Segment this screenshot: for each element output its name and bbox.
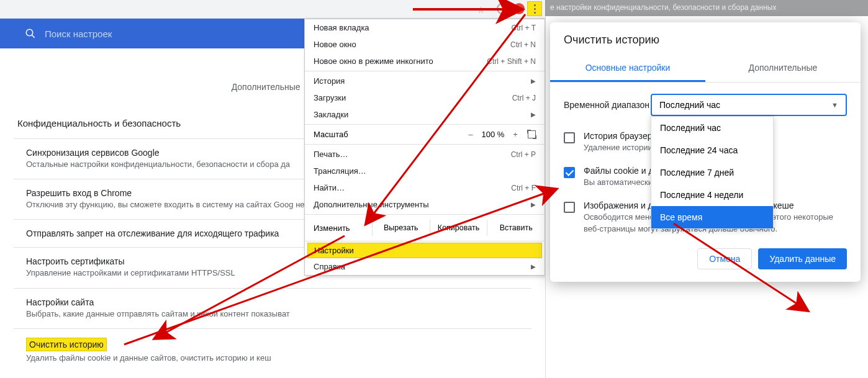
checkbox[interactable] — [564, 132, 575, 143]
time-range-select[interactable]: Последний час ▼ — [651, 94, 847, 116]
opt-last-24h[interactable]: Последние 24 часа — [651, 139, 773, 161]
separator — [305, 214, 545, 215]
dialog-title: Очистить историю — [550, 22, 861, 55]
clear-data-button[interactable]: Удалить данные — [758, 248, 847, 269]
kebab-menu-button[interactable] — [527, 1, 542, 16]
advanced-label: Дополнительные — [232, 82, 301, 92]
copy-button[interactable]: Копировать — [430, 220, 487, 236]
menu-help[interactable]: Справка▶ — [305, 258, 545, 275]
menu-more-tools[interactable]: Дополнительные инструменты▶ — [305, 196, 545, 213]
highlight: Очистить историю — [26, 338, 107, 351]
menu-new-window[interactable]: Новое окноCtrl + N — [305, 36, 545, 53]
menu-cast[interactable]: Трансляция… — [305, 163, 545, 179]
row-title: Очистить историю — [26, 338, 519, 351]
cancel-button[interactable]: Отмена — [697, 248, 752, 269]
checkbox[interactable] — [564, 202, 575, 213]
menu-print[interactable]: Печать…Ctrl + P — [305, 146, 545, 163]
shortcut: Ctrl + J — [512, 94, 536, 102]
shortcut: Ctrl + N — [510, 40, 536, 49]
shortcut: Ctrl + Shift + N — [487, 57, 536, 66]
menu-find[interactable]: Найти…Ctrl + F — [305, 179, 545, 196]
menu-zoom: Масштаб – 100 % + — [305, 126, 545, 143]
shortcut: Ctrl + P — [511, 150, 536, 159]
row-subtitle: Выбрать, какие данные отправлять сайтам … — [26, 308, 519, 320]
time-range-options: Последний час Последние 24 часа Последни… — [651, 116, 774, 229]
opt-last-4w[interactable]: Последние 4 недели — [651, 184, 773, 206]
separator — [305, 144, 545, 145]
row-subtitle: Удалить файлы cookie и данные сайтов, оч… — [26, 353, 519, 364]
menu-new-tab[interactable]: Новая вкладкаCtrl + T — [305, 19, 545, 36]
clear-history-dialog: Очистить историю Основные настройки Допо… — [550, 22, 861, 282]
menu-settings[interactable]: Настройки — [307, 243, 542, 258]
separator — [305, 71, 545, 71]
menu-downloads[interactable]: ЗагрузкиCtrl + J — [305, 89, 545, 106]
zoom-in-button[interactable]: + — [508, 130, 523, 139]
time-range-row: Временной диапазон Последний час ▼ После… — [550, 83, 861, 125]
browser-tabstrip: ☆ — [0, 0, 545, 19]
menu-edit-row: Изменить Вырезать Копировать Вставить — [305, 216, 545, 240]
opt-last-7d[interactable]: Последние 7 дней — [651, 161, 773, 184]
star-icon[interactable]: ☆ — [477, 4, 485, 16]
select-value: Последний час — [659, 100, 720, 110]
chevron-down-icon: ▼ — [831, 101, 838, 109]
dialog-tabs: Основные настройки Дополнительные — [550, 55, 861, 83]
range-label: Временной диапазон — [564, 100, 651, 110]
separator — [305, 241, 545, 241]
chevron-right-icon: ▶ — [531, 111, 536, 118]
separator — [305, 124, 545, 125]
cut-button[interactable]: Вырезать — [372, 220, 430, 236]
opt-last-hour[interactable]: Последний час — [651, 117, 773, 139]
paste-button[interactable]: Вставить — [487, 220, 545, 236]
right-panel: е настройки конфиденциальности, безопасн… — [545, 0, 868, 378]
shortcut: Ctrl + T — [512, 24, 536, 32]
chevron-right-icon: ▶ — [531, 263, 536, 270]
tab-basic[interactable]: Основные настройки — [550, 55, 705, 82]
search-input[interactable] — [45, 29, 163, 39]
search-icon — [25, 28, 36, 39]
svg-point-0 — [26, 29, 33, 36]
profile-icon[interactable] — [513, 3, 525, 14]
chrome-main-menu: Новая вкладкаCtrl + T Новое окноCtrl + N… — [304, 19, 545, 276]
menu-bookmarks[interactable]: Закладки▶ — [305, 106, 545, 123]
row-site-settings[interactable]: Настройки сайта Выбрать, какие данные от… — [14, 289, 531, 329]
tab-advanced[interactable]: Дополнительные — [705, 55, 861, 82]
menu-history[interactable]: История▶ — [305, 73, 545, 89]
shortcut: Ctrl + F — [511, 184, 536, 192]
dialog-buttons: Отмена Удалить данные — [550, 241, 861, 273]
opt-all-time[interactable]: Все время — [651, 206, 773, 228]
row-clear-history[interactable]: Очистить историю Удалить файлы cookie и … — [14, 329, 531, 372]
fullscreen-icon[interactable] — [528, 130, 536, 138]
zoom-out-button[interactable]: – — [463, 130, 478, 139]
svg-line-1 — [32, 35, 35, 38]
row-title: Настройки сайта — [26, 297, 519, 307]
account-icon[interactable] — [497, 3, 508, 14]
menu-incognito[interactable]: Новое окно в режиме инкогнитоCtrl + Shif… — [305, 53, 545, 70]
dimmed-background-text: е настройки конфиденциальности, безопасн… — [545, 0, 868, 16]
chevron-right-icon: ▶ — [531, 78, 536, 84]
checkbox[interactable] — [564, 167, 575, 178]
chevron-right-icon: ▶ — [531, 201, 536, 208]
zoom-percent: 100 % — [478, 130, 508, 139]
